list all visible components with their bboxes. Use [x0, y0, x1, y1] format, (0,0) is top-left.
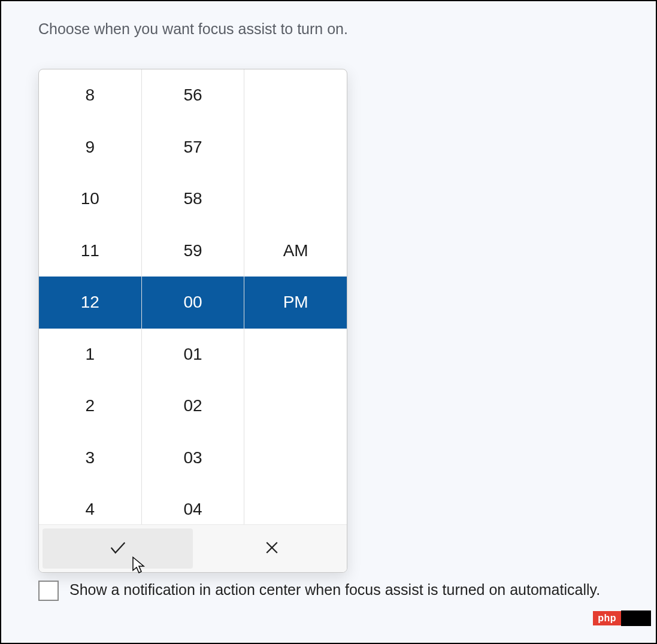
hour-option[interactable]: 2: [39, 380, 141, 432]
empty-slot: [244, 121, 347, 174]
minute-option[interactable]: 56: [142, 69, 244, 121]
hour-column[interactable]: 891011121234: [39, 69, 142, 524]
notification-checkbox[interactable]: [38, 581, 59, 601]
hour-option[interactable]: 3: [39, 432, 141, 484]
page-title: Choose when you want focus assist to tur…: [1, 1, 656, 38]
hour-option[interactable]: 12: [39, 277, 141, 329]
minute-column[interactable]: 565758590001020304: [142, 69, 245, 524]
minute-option[interactable]: 01: [142, 329, 244, 381]
watermark-block: [621, 610, 651, 626]
minute-option[interactable]: 02: [142, 380, 244, 432]
hour-option[interactable]: 10: [39, 173, 141, 225]
hour-option[interactable]: 1: [39, 329, 141, 381]
ampm-option[interactable]: PM: [244, 277, 347, 329]
minute-option[interactable]: 59: [142, 225, 244, 277]
notification-checkbox-label: Show a notification in action center whe…: [69, 579, 600, 600]
minute-option[interactable]: 58: [142, 173, 244, 225]
time-picker: 891011121234 565758590001020304 AMPM: [38, 69, 347, 573]
hour-option[interactable]: 4: [39, 484, 141, 524]
empty-slot: [244, 173, 347, 225]
cancel-button[interactable]: [196, 525, 347, 572]
empty-slot: [244, 432, 347, 484]
time-picker-footer: [39, 524, 347, 572]
empty-slot: [244, 69, 347, 121]
minute-option[interactable]: 57: [142, 121, 244, 174]
close-icon: [263, 539, 281, 558]
accept-button[interactable]: [43, 528, 193, 569]
hour-option[interactable]: 11: [39, 225, 141, 277]
minute-option[interactable]: 04: [142, 484, 244, 524]
time-picker-columns: 891011121234 565758590001020304 AMPM: [39, 69, 347, 524]
ampm-column[interactable]: AMPM: [244, 69, 347, 524]
ampm-option[interactable]: AM: [244, 225, 347, 277]
empty-slot: [244, 380, 347, 432]
hour-option[interactable]: 8: [39, 69, 141, 121]
notification-checkbox-row: Show a notification in action center whe…: [38, 579, 600, 601]
empty-slot: [244, 329, 347, 381]
minute-option[interactable]: 03: [142, 432, 244, 484]
hour-option[interactable]: 9: [39, 121, 141, 174]
watermark: php: [593, 610, 651, 626]
watermark-text: php: [593, 611, 621, 625]
minute-option[interactable]: 00: [142, 277, 244, 329]
check-icon: [108, 537, 128, 560]
empty-slot: [244, 484, 347, 524]
